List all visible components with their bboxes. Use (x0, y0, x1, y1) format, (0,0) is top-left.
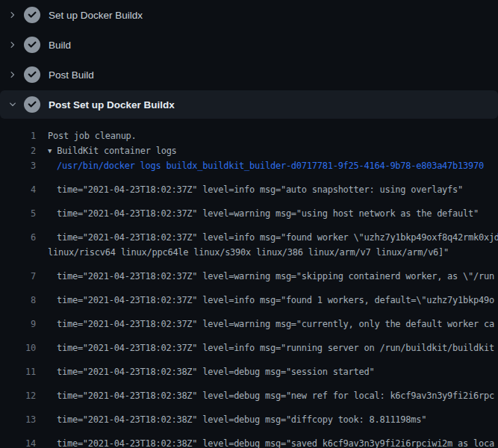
log-group-toggle[interactable]: ▼BuildKit container logs (36, 146, 177, 156)
log-line: 9time="2021-04-23T18:02:37Z" level=warni… (0, 308, 498, 332)
log-line: 7time="2021-04-23T18:02:37Z" level=warni… (0, 260, 498, 284)
step-header-build[interactable]: Build (0, 30, 498, 60)
log-line: 2▼BuildKit container logs (0, 143, 498, 158)
line-number[interactable]: 2 (0, 146, 36, 156)
step-header-set-up-docker-buildx[interactable]: Set up Docker Buildx (0, 0, 498, 30)
log-text: time="2021-04-23T18:02:37Z" level=info m… (36, 232, 498, 243)
log-line: 10time="2021-04-23T18:02:37Z" level=info… (0, 332, 498, 355)
log-line: 13time="2021-04-23T18:02:38Z" level=debu… (0, 403, 498, 427)
log-line: 14time="2021-04-23T18:02:38Z" level=debu… (0, 427, 498, 448)
log-line: 6time="2021-04-23T18:02:37Z" level=info … (0, 221, 498, 245)
line-number[interactable]: 5 (0, 208, 36, 219)
triangle-down-icon: ▼ (48, 147, 52, 155)
step-label: Set up Docker Buildx (49, 10, 143, 21)
line-number[interactable]: 8 (0, 295, 36, 305)
log-text: time="2021-04-23T18:02:37Z" level=info m… (36, 295, 494, 305)
log-text: time="2021-04-23T18:02:38Z" level=debug … (36, 367, 374, 377)
log-line: 3/usr/bin/docker logs buildx_buildkit_bu… (0, 158, 498, 173)
line-number[interactable]: 4 (0, 184, 36, 195)
steps-list: Set up Docker BuildxBuildPost BuildPost … (0, 0, 498, 119)
line-number[interactable]: 12 (0, 391, 36, 401)
log-line: 1Post job cleanup. (0, 128, 498, 143)
check-circle-icon (24, 66, 40, 83)
log-text: Post job cleanup. (36, 131, 137, 141)
log-text: time="2021-04-23T18:02:37Z" level=warnin… (36, 319, 494, 329)
log-line-continuation: linux/riscv64 linux/ppc64le linux/s390x … (0, 245, 498, 260)
log-line: 11time="2021-04-23T18:02:38Z" level=debu… (0, 355, 498, 379)
log-line: 12time="2021-04-23T18:02:38Z" level=debu… (0, 379, 498, 403)
chevron-down-icon (7, 99, 18, 110)
log-text: time="2021-04-23T18:02:38Z" level=debug … (36, 414, 426, 425)
step-label: Post Set up Docker Buildx (49, 99, 175, 111)
chevron-right-icon (7, 40, 18, 50)
check-circle-icon (24, 96, 40, 113)
log-text: time="2021-04-23T18:02:37Z" level=warnin… (36, 208, 479, 219)
log-text: time="2021-04-23T18:02:37Z" level=info m… (36, 343, 494, 353)
line-number[interactable]: 10 (0, 343, 36, 353)
line-number[interactable]: 9 (0, 319, 36, 329)
log-text: linux/riscv64 linux/ppc64le linux/s390x … (36, 247, 449, 258)
log-line: 8time="2021-04-23T18:02:37Z" level=info … (0, 284, 498, 308)
log-text: time="2021-04-23T18:02:38Z" level=debug … (36, 438, 494, 448)
command-text: /usr/bin/docker logs buildx_buildkit_bui… (36, 161, 484, 171)
actions-log-viewer: Set up Docker BuildxBuildPost BuildPost … (0, 0, 498, 448)
line-number[interactable]: 3 (0, 161, 36, 171)
step-label: Build (49, 40, 71, 51)
line-number[interactable]: 14 (0, 438, 36, 448)
log-line: 5time="2021-04-23T18:02:37Z" level=warni… (0, 197, 498, 221)
step-header-post-build[interactable]: Post Build (0, 60, 498, 90)
log-text: time="2021-04-23T18:02:37Z" level=info m… (36, 184, 463, 195)
line-number[interactable]: 13 (0, 414, 36, 425)
line-number[interactable]: 7 (0, 271, 36, 281)
check-circle-icon (24, 37, 40, 53)
log-area: 1Post job cleanup.2▼BuildKit container l… (0, 119, 498, 448)
step-header-post-set-up-docker-buildx[interactable]: Post Set up Docker Buildx (0, 90, 498, 119)
line-number[interactable]: 6 (0, 232, 36, 243)
line-number[interactable]: 1 (0, 131, 36, 141)
step-label: Post Build (49, 69, 94, 81)
line-number[interactable]: 11 (0, 367, 36, 377)
check-circle-icon (24, 7, 40, 23)
log-text: time="2021-04-23T18:02:37Z" level=warnin… (36, 271, 494, 281)
log-line: 4time="2021-04-23T18:02:37Z" level=info … (0, 173, 498, 197)
log-text: time="2021-04-23T18:02:38Z" level=debug … (36, 391, 494, 401)
group-toggle-label: BuildKit container logs (57, 146, 176, 156)
chevron-right-icon (7, 10, 18, 20)
chevron-right-icon (7, 69, 18, 80)
